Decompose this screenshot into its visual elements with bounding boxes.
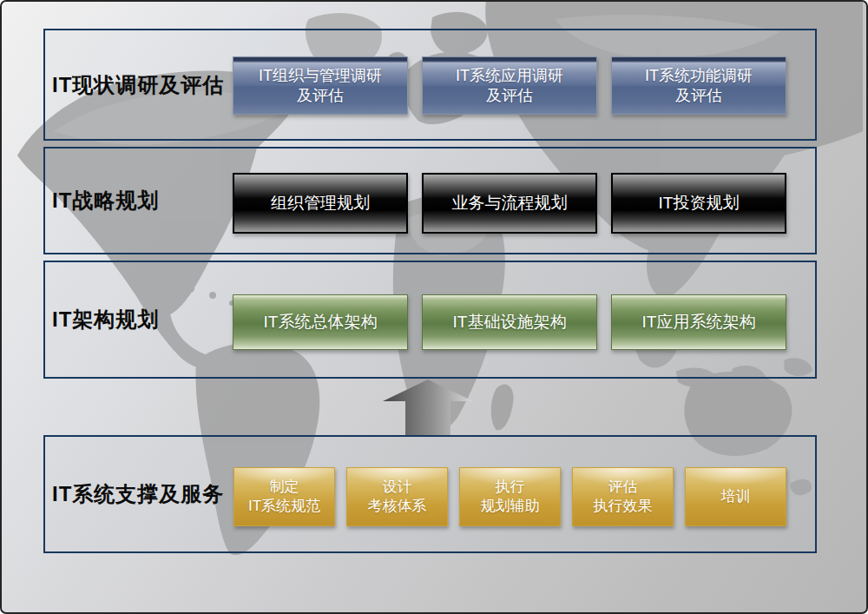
box-define-it-standards: 制定 IT系统规范 (233, 467, 335, 526)
it-planning-framework-slide: IT现状调研及评估 IT组织与管理调研 及评估 IT系统应用调研 及评估 IT系… (0, 0, 868, 614)
box-it-app-system-architecture: IT应用系统架构 (611, 294, 786, 350)
box-label-line: IT系统总体架构 (264, 311, 378, 333)
island-madagascar (491, 385, 514, 431)
box-label-line: 设计 (383, 478, 412, 497)
band-it-current-state-assessment: IT现状调研及评估 IT组织与管理调研 及评估 IT系统应用调研 及评估 IT系… (43, 29, 817, 141)
box-row: IT系统总体架构 IT基础设施架构 IT应用系统架构 (233, 294, 786, 350)
box-row: 组织管理规划 业务与流程规划 IT投资规划 (233, 173, 786, 234)
box-label-line: IT组织与管理调研 (259, 66, 382, 86)
box-design-assessment-system: 设计 考核体系 (346, 467, 448, 526)
box-label-line: 考核体系 (368, 497, 427, 516)
band-it-strategy-planning: IT战略规划 组织管理规划 业务与流程规划 IT投资规划 (43, 147, 817, 254)
box-it-overall-architecture: IT系统总体架构 (233, 294, 408, 350)
row-label: IT架构规划 (52, 306, 159, 333)
row-label: IT系统支撑及服务 (52, 480, 224, 508)
band-it-support-services: IT系统支撑及服务 制定 IT系统规范 设计 考核体系 执行 规划辅助 评估 执… (43, 435, 817, 553)
box-it-system-app-survey: IT系统应用调研 及评估 (422, 56, 597, 115)
box-label-line: 规划辅助 (481, 497, 540, 516)
box-label-line: IT系统功能调研 (645, 66, 753, 86)
box-row: IT组织与管理调研 及评估 IT系统应用调研 及评估 IT系统功能调研 及评估 (233, 56, 786, 115)
box-label-line: 及评估 (297, 86, 344, 106)
box-label-line: IT投资规划 (659, 192, 740, 215)
row-label: IT战略规划 (52, 187, 159, 215)
box-label-line: 制定 (270, 478, 299, 497)
box-evaluate-execution-results: 评估 执行效果 (572, 467, 674, 526)
box-label-line: 评估 (608, 478, 638, 497)
box-row: 制定 IT系统规范 设计 考核体系 执行 规划辅助 评估 执行效果 培训 (233, 467, 786, 526)
up-arrow-icon (383, 380, 473, 435)
box-business-process-planning: 业务与流程规划 (422, 173, 597, 234)
box-label-line: 及评估 (486, 86, 533, 106)
box-label-line: IT基础设施架构 (453, 311, 567, 333)
box-it-org-mgmt-survey: IT组织与管理调研 及评估 (233, 56, 408, 115)
box-label-line: 执行 (496, 478, 525, 497)
box-it-investment-planning: IT投资规划 (611, 173, 786, 234)
band-it-architecture-planning: IT架构规划 IT系统总体架构 IT基础设施架构 IT应用系统架构 (43, 261, 817, 379)
box-label-line: 及评估 (675, 86, 722, 106)
box-it-system-func-survey: IT系统功能调研 及评估 (611, 56, 786, 115)
box-label-line: IT系统规范 (248, 497, 320, 516)
box-org-mgmt-planning: 组织管理规划 (233, 173, 408, 234)
box-label-line: 培训 (721, 487, 751, 506)
box-label-line: 组织管理规划 (271, 192, 370, 215)
box-label-line: 业务与流程规划 (452, 192, 568, 215)
row-label: IT现状调研及评估 (52, 71, 224, 99)
box-label-line: IT系统应用调研 (456, 66, 563, 86)
box-execution-planning-support: 执行 规划辅助 (459, 467, 561, 526)
box-label-line: 执行效果 (594, 497, 653, 516)
box-training: 培训 (685, 467, 786, 526)
box-it-infrastructure-architecture: IT基础设施架构 (422, 294, 597, 350)
box-label-line: IT应用系统架构 (642, 311, 756, 333)
